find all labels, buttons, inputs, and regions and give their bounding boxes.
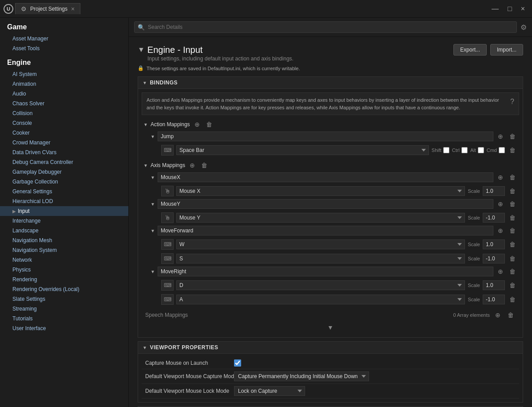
tab-close-icon[interactable]: × [71, 5, 75, 12]
moveright-name-input[interactable] [158, 267, 493, 276]
maximize-button[interactable]: □ [504, 3, 516, 15]
moveforward-chevron-icon[interactable]: ▼ [151, 228, 155, 233]
sidebar-item-ai-system[interactable]: AI System [0, 69, 128, 79]
sidebar-item-navigation-mesh[interactable]: Navigation Mesh [0, 235, 128, 245]
moveforward-key1-delete-button[interactable]: 🗑 [508, 240, 517, 249]
action-mappings-chevron-icon[interactable]: ▼ [143, 122, 148, 127]
jump-shift-checkbox[interactable] [443, 147, 449, 153]
sidebar-item-asset-manager[interactable]: Asset Manager [0, 34, 128, 44]
moveforward-scale1-input[interactable] [483, 239, 505, 249]
moveright-key2-dropdown[interactable]: A [176, 295, 465, 304]
moveright-key1-delete-button[interactable]: 🗑 [508, 281, 517, 290]
axis-mappings-add-button[interactable]: ⊕ [188, 161, 197, 170]
jump-cmd-checkbox[interactable] [499, 147, 505, 153]
moveforward-key1-dropdown[interactable]: W [176, 239, 465, 249]
sidebar-item-hierarchical-lod[interactable]: Hierarchical LOD [0, 196, 128, 206]
speech-add-button[interactable]: ⊕ [493, 311, 502, 319]
moveright-delete-button[interactable]: 🗑 [508, 267, 517, 276]
bindings-help-icon[interactable]: ? [510, 96, 514, 111]
mousex-add-button[interactable]: ⊕ [496, 173, 505, 182]
bindings-header[interactable]: ▼ BINDINGS [138, 76, 523, 89]
mousex-scale-input[interactable] [483, 186, 505, 196]
capture-mouse-checkbox[interactable] [234, 359, 241, 367]
sidebar-item-general-settings[interactable]: General Settings [0, 187, 128, 196]
mousex-delete-button[interactable]: 🗑 [508, 173, 517, 182]
moveforward-delete-button[interactable]: 🗑 [508, 226, 517, 235]
moveright-key1-dropdown[interactable]: D [176, 280, 465, 290]
moveright-scale2-input[interactable] [483, 295, 505, 304]
section-description: Input settings, including default input … [147, 56, 523, 62]
mousex-chevron-icon[interactable]: ▼ [151, 175, 155, 180]
moveforward-add-button[interactable]: ⊕ [496, 226, 505, 235]
jump-alt-checkbox[interactable] [478, 147, 484, 153]
export-button[interactable]: Export... [453, 44, 487, 56]
mousey-chevron-icon[interactable]: ▼ [151, 202, 155, 207]
jump-name-input[interactable] [158, 132, 493, 141]
mousex-key-delete-button[interactable]: 🗑 [508, 187, 517, 196]
sidebar-item-network[interactable]: Network [0, 255, 128, 265]
axis-mappings-delete-button[interactable]: 🗑 [199, 161, 209, 170]
moveforward-scale2-input[interactable] [483, 254, 505, 263]
sidebar-item-slate-settings[interactable]: Slate Settings [0, 294, 128, 304]
moveforward-key2-dropdown[interactable]: S [176, 254, 465, 263]
sidebar-item-interchange[interactable]: Interchange [0, 216, 128, 226]
mousey-scale-input[interactable] [483, 213, 505, 223]
jump-ctrl-checkbox[interactable] [461, 147, 468, 153]
close-window-button[interactable]: × [517, 3, 528, 15]
sidebar-item-garbage-collection[interactable]: Garbage Collection [0, 177, 128, 187]
sidebar-item-input[interactable]: ▶ Input [0, 206, 128, 216]
minimize-button[interactable]: — [488, 3, 502, 15]
moveforward-name-input[interactable] [158, 226, 493, 235]
mousey-add-button[interactable]: ⊕ [496, 200, 505, 208]
sidebar-item-audio[interactable]: Audio [0, 89, 128, 99]
sidebar-item-asset-tools[interactable]: Asset Tools [0, 44, 128, 53]
sidebar-item-rendering-overrides[interactable]: Rendering Overrides (Local) [0, 284, 128, 294]
section-collapse-icon[interactable]: ▼ [138, 46, 145, 54]
sidebar-item-gameplay-debugger[interactable]: Gameplay Debugger [0, 167, 128, 177]
search-input[interactable] [134, 21, 517, 33]
jump-delete-button[interactable]: 🗑 [508, 132, 517, 141]
sidebar-item-user-interface[interactable]: User Interface [0, 323, 128, 333]
axis-mappings-chevron-icon[interactable]: ▼ [143, 163, 148, 168]
mousex-name-input[interactable] [158, 172, 493, 182]
viewport-header[interactable]: ▼ VIEWPORT PROPERTIES [138, 341, 523, 354]
speech-delete-button[interactable]: 🗑 [506, 311, 516, 319]
mousex-key-dropdown[interactable]: Mouse X [176, 186, 465, 196]
title-tab[interactable]: ⚙ Project Settings × [15, 3, 80, 14]
sidebar-item-cooker[interactable]: Cooker [0, 128, 128, 138]
mousey-name-input[interactable] [158, 199, 493, 209]
sidebar-item-console[interactable]: Console [0, 118, 128, 128]
search-settings-gear-icon[interactable]: ⚙ [520, 23, 527, 32]
sidebar-item-navigation-system[interactable]: Navigation System [0, 245, 128, 255]
expand-more-button[interactable]: ▼ [326, 323, 335, 332]
import-button[interactable]: Import... [490, 44, 523, 56]
sidebar-item-debug-camera[interactable]: Debug Camera Controller [0, 157, 128, 167]
sidebar-item-chaos-solver[interactable]: Chaos Solver [0, 99, 128, 108]
moveright-key2-delete-button[interactable]: 🗑 [508, 295, 517, 304]
sidebar-item-animation[interactable]: Animation [0, 79, 128, 89]
moveforward-key2-delete-button[interactable]: 🗑 [508, 254, 517, 263]
action-mappings-add-button[interactable]: ⊕ [193, 120, 202, 129]
jump-key-delete-button[interactable]: 🗑 [508, 146, 517, 155]
jump-key-dropdown[interactable]: Space Bar [176, 145, 429, 155]
moveright-chevron-icon[interactable]: ▼ [151, 269, 155, 274]
sidebar-item-crowd-manager[interactable]: Crowd Manager [0, 138, 128, 148]
action-mappings-delete-button[interactable]: 🗑 [204, 120, 214, 129]
moveright-add-button[interactable]: ⊕ [496, 267, 505, 276]
default-capture-select[interactable]: Capture Permanently Including Initial Mo… [234, 371, 369, 381]
sidebar-item-physics[interactable]: Physics [0, 265, 128, 275]
jump-add-button[interactable]: ⊕ [496, 132, 505, 141]
mousey-key-delete-button[interactable]: 🗑 [508, 213, 517, 222]
sidebar-item-landscape[interactable]: Landscape [0, 226, 128, 235]
sidebar-item-collision[interactable]: Collision [0, 108, 128, 118]
title-bar: U ⚙ Project Settings × — □ × [0, 0, 532, 18]
mousey-delete-button[interactable]: 🗑 [508, 200, 517, 208]
moveright-scale1-input[interactable] [483, 280, 505, 290]
sidebar-item-tutorials[interactable]: Tutorials [0, 314, 128, 323]
sidebar-item-data-driven-cvars[interactable]: Data Driven CVars [0, 148, 128, 157]
jump-chevron-icon[interactable]: ▼ [151, 134, 155, 139]
mousey-key-dropdown[interactable]: Mouse Y [176, 213, 465, 223]
sidebar-item-rendering[interactable]: Rendering [0, 275, 128, 284]
default-lock-select[interactable]: Lock on Capture [234, 386, 305, 396]
sidebar-item-streaming[interactable]: Streaming [0, 304, 128, 314]
